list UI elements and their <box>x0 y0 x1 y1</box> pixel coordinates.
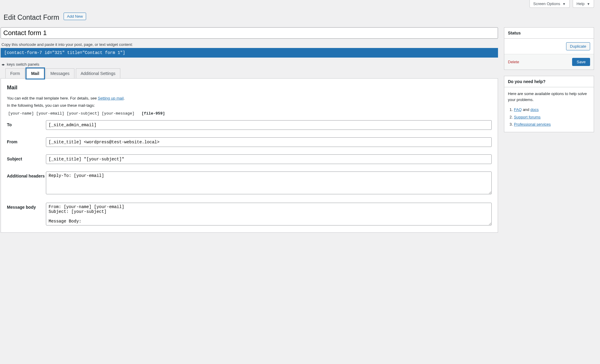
status-postbox: Status Duplicate Delete Save <box>504 27 594 70</box>
help-list: FAQ and docs Support forums Professional… <box>508 106 590 128</box>
add-new-button[interactable]: Add New <box>64 13 86 20</box>
docs-link[interactable]: docs <box>530 107 538 112</box>
message-body-label: Message body <box>7 203 46 226</box>
switch-panels-hint: ◂▸ keys switch panels <box>1 62 498 68</box>
from-input[interactable] <box>46 137 492 147</box>
help-item-support: Support forums <box>514 114 590 121</box>
help-title: Do you need help? <box>504 76 594 87</box>
support-forums-link[interactable]: Support forums <box>514 115 541 119</box>
professional-services-link[interactable]: Professional services <box>514 122 551 127</box>
chevron-down-icon: ▼ <box>562 2 566 6</box>
mail-tab-panel: Mail You can edit the mail template here… <box>1 78 498 233</box>
additional-headers-label: Additional headers <box>7 172 46 195</box>
duplicate-button[interactable]: Duplicate <box>566 42 590 50</box>
status-title: Status <box>504 28 594 39</box>
tab-additional-settings[interactable]: Additional Settings <box>76 68 120 79</box>
switch-panels-text: keys switch panels <box>7 62 39 67</box>
screen-options-label: Screen Options <box>533 1 560 6</box>
subject-label: Subject <box>7 154 46 164</box>
shortcode-block[interactable]: [contact-form-7 id="321" title="Contact … <box>1 48 498 58</box>
chevron-down-icon: ▼ <box>587 2 590 6</box>
to-label: To <box>7 120 46 130</box>
help-button[interactable]: Help ▼ <box>573 0 594 8</box>
help-item-faq-docs: FAQ and docs <box>514 106 590 114</box>
mail-tags: [your-name] [your-email] [your-subject] … <box>7 110 492 120</box>
mail-tags-hint: In the following fields, you can use the… <box>7 103 492 109</box>
help-item-professional: Professional services <box>514 121 590 128</box>
to-input[interactable] <box>46 120 492 130</box>
help-postbox: Do you need help? Here are some availabl… <box>504 76 594 132</box>
tab-mail[interactable]: Mail <box>26 68 44 79</box>
page-title: Edit Contact Form <box>4 11 59 23</box>
subject-input[interactable] <box>46 154 492 164</box>
shortcode-description: Copy this shortcode and paste it into yo… <box>1 42 498 47</box>
additional-headers-textarea[interactable]: Reply-To: [your-email] <box>46 172 492 194</box>
faq-link[interactable]: FAQ <box>514 107 522 112</box>
help-text: Here are some available options to help … <box>508 91 590 103</box>
tab-messages[interactable]: Messages <box>46 68 74 79</box>
arrow-keys-icon: ◂▸ <box>2 62 4 67</box>
message-body-textarea[interactable]: From: [your-name] [your-email] Subject: … <box>46 203 492 225</box>
mail-panel-title: Mail <box>7 85 492 91</box>
screen-options-button[interactable]: Screen Options ▼ <box>530 0 570 8</box>
form-title-input[interactable] <box>1 27 498 39</box>
tab-form[interactable]: Form <box>5 68 25 79</box>
setting-up-mail-link[interactable]: Setting up mail <box>98 96 124 100</box>
mail-tag-highlighted: [file-959] <box>142 111 165 116</box>
help-label: Help <box>577 1 585 6</box>
from-label: From <box>7 137 46 147</box>
delete-link[interactable]: Delete <box>508 60 519 64</box>
tabs-container: Form Mail Messages Additional Settings <box>1 68 498 79</box>
mail-panel-description: You can edit the mail template here. For… <box>7 95 492 102</box>
save-button[interactable]: Save <box>572 58 590 66</box>
